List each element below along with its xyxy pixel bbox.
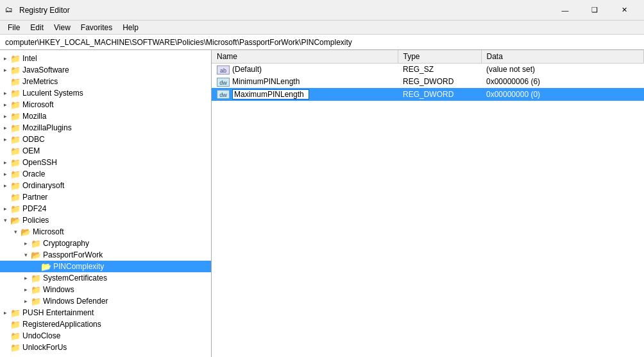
expander-pdf24[interactable] (0, 204, 10, 214)
title-bar-controls: — ❑ ✕ (550, 0, 639, 21)
minimize-button[interactable]: — (550, 0, 580, 21)
address-path[interactable]: computer\HKEY_LOCAL_MACHINE\SOFTWARE\Pol… (3, 37, 641, 48)
tree-item-passportforwork[interactable]: 📂PassportForWork (0, 249, 211, 261)
tree-item-ordinarysoft[interactable]: 📁Ordinarysoft (0, 180, 211, 191)
menu-view[interactable]: View (49, 22, 76, 33)
folder-icon-luculent: 📁 (10, 88, 21, 98)
main-layout: 📁Intel📁JavaSoftware📁JreMetrics📁Luculent … (0, 50, 644, 357)
title-bar-text: Registry Editor (19, 6, 550, 15)
editing-name-maxpin[interactable] (232, 89, 309, 100)
expander-intel[interactable] (0, 53, 10, 64)
expander-oracle[interactable] (0, 169, 10, 179)
cell-type-default: REG_SZ (398, 64, 481, 76)
tree-item-microsoft[interactable]: 📁Microsoft (0, 99, 211, 110)
expander-mozillaplugins[interactable] (0, 123, 10, 133)
tree-label-javasoftware: JavaSoftware (22, 65, 211, 74)
tree-label-cryptography: Cryptography (43, 239, 211, 248)
name-text-minpin: MinimumPINLength (232, 77, 300, 86)
tree-label-policies-microsoft: Microsoft (33, 227, 211, 236)
expander-microsoft[interactable] (0, 100, 10, 110)
tree-item-cryptography[interactable]: 📁Cryptography (0, 238, 211, 249)
tree-item-push[interactable]: 📁PUSH Entertainment (0, 307, 211, 318)
expander-policies-microsoft[interactable] (10, 227, 21, 237)
tree-item-partner[interactable]: 📁Partner (0, 191, 211, 203)
close-button[interactable]: ✕ (609, 0, 639, 21)
folder-icon-registeredapps: 📁 (10, 319, 21, 329)
tree-label-odbc: ODBC (22, 135, 211, 144)
col-header-type[interactable]: Type (398, 50, 481, 64)
folder-icon-oracle: 📁 (10, 169, 21, 179)
tree-item-unlockforus[interactable]: 📁UnlockForUs (0, 342, 211, 353)
tree-item-pincomplexity[interactable]: 📂PINComplexity (0, 261, 211, 272)
tree-item-odbc[interactable]: 📁ODBC (0, 134, 211, 145)
folder-icon-odbc: 📁 (10, 134, 21, 144)
tree-label-push: PUSH Entertainment (22, 308, 211, 317)
table-row-minpin[interactable]: dwMinimumPINLengthREG_DWORD0x00000006 (6… (212, 76, 644, 88)
col-header-name[interactable]: Name (212, 50, 398, 64)
expander-push[interactable] (0, 308, 10, 318)
tree-label-policies: Policies (22, 216, 211, 225)
cell-type-maxpin: REG_DWORD (398, 88, 481, 101)
menu-edit[interactable]: Edit (25, 22, 49, 33)
tree-item-oracle[interactable]: 📁Oracle (0, 168, 211, 180)
folder-icon-ordinarysoft: 📁 (10, 180, 21, 191)
tree-panel[interactable]: 📁Intel📁JavaSoftware📁JreMetrics📁Luculent … (0, 50, 212, 357)
expander-cryptography[interactable] (21, 238, 31, 248)
menu-file[interactable]: File (3, 22, 25, 33)
tree-item-jremetrics[interactable]: 📁JreMetrics (0, 76, 211, 87)
expander-luculent[interactable] (0, 88, 10, 98)
tree-label-ordinarysoft: Ordinarysoft (22, 181, 211, 190)
value-icon-default: ab (217, 65, 230, 74)
tree-item-intel[interactable]: 📁Intel (0, 53, 211, 64)
tree-item-systemcertificates[interactable]: 📁SystemCertificates (0, 272, 211, 284)
folder-icon-systemcertificates: 📁 (31, 273, 41, 283)
tree-item-undoclose[interactable]: 📁UndoClose (0, 330, 211, 342)
expander-odbc[interactable] (0, 134, 10, 144)
tree-item-luculent[interactable]: 📁Luculent Systems (0, 87, 211, 99)
tree-item-pdf24[interactable]: 📁PDF24 (0, 203, 211, 214)
data-panel: Name Type Data ab(Default)REG_SZ(value n… (212, 50, 644, 357)
app-icon: 🗂 (5, 5, 15, 15)
expander-windows[interactable] (21, 284, 31, 295)
tree-item-policies-microsoft[interactable]: 📂Microsoft (0, 226, 211, 238)
tree-label-undoclose: UndoClose (22, 331, 211, 340)
expander-mozilla[interactable] (0, 111, 10, 121)
folder-icon-intel: 📁 (10, 53, 21, 64)
menu-favorites[interactable]: Favorites (76, 22, 117, 33)
tree-item-windowsdefender[interactable]: 📁Windows Defender (0, 295, 211, 307)
tree-item-policies[interactable]: 📂Policies (0, 214, 211, 226)
tree-item-mozilla[interactable]: 📁Mozilla (0, 110, 211, 122)
tree-label-intel: Intel (22, 54, 211, 63)
tree-item-openssh[interactable]: 📁OpenSSH (0, 157, 211, 168)
cell-name-maxpin: dw (212, 88, 398, 101)
menu-help[interactable]: Help (117, 22, 144, 33)
tree-item-mozillaplugins[interactable]: 📁MozillaPlugins (0, 122, 211, 134)
tree-item-oem[interactable]: 📁OEM (0, 145, 211, 157)
tree-label-oem: OEM (22, 146, 211, 155)
folder-icon-oem: 📁 (10, 146, 21, 156)
folder-icon-pdf24: 📁 (10, 204, 21, 214)
tree-label-pdf24: PDF24 (22, 204, 211, 213)
folder-icon-push: 📁 (10, 308, 21, 318)
folder-icon-mozillaplugins: 📁 (10, 123, 21, 133)
folder-icon-pincomplexity: 📂 (41, 261, 51, 272)
tree-label-pincomplexity: PINComplexity (53, 262, 211, 271)
tree-item-javasoftware[interactable]: 📁JavaSoftware (0, 64, 211, 76)
expander-openssh[interactable] (0, 157, 10, 168)
expander-ordinarysoft[interactable] (0, 180, 10, 191)
tree-item-windows[interactable]: 📁Windows (0, 284, 211, 295)
table-row-default[interactable]: ab(Default)REG_SZ(value not set) (212, 64, 644, 76)
expander-javasoftware[interactable] (0, 65, 10, 75)
expander-windowsdefender[interactable] (21, 296, 31, 306)
tree-label-systemcertificates: SystemCertificates (43, 274, 211, 283)
tree-label-passportforwork: PassportForWork (43, 250, 211, 259)
restore-button[interactable]: ❑ (580, 0, 609, 21)
col-header-data[interactable]: Data (481, 50, 644, 64)
expander-passportforwork[interactable] (21, 250, 31, 260)
table-row-maxpin[interactable]: dwREG_DWORD0x00000000 (0) (212, 88, 644, 101)
tree-item-registeredapps[interactable]: 📁RegisteredApplications (0, 318, 211, 330)
tree-label-mozillaplugins: MozillaPlugins (22, 123, 211, 132)
expander-systemcertificates[interactable] (21, 273, 31, 283)
name-text-default: (Default) (232, 65, 262, 74)
expander-policies[interactable] (0, 215, 10, 225)
